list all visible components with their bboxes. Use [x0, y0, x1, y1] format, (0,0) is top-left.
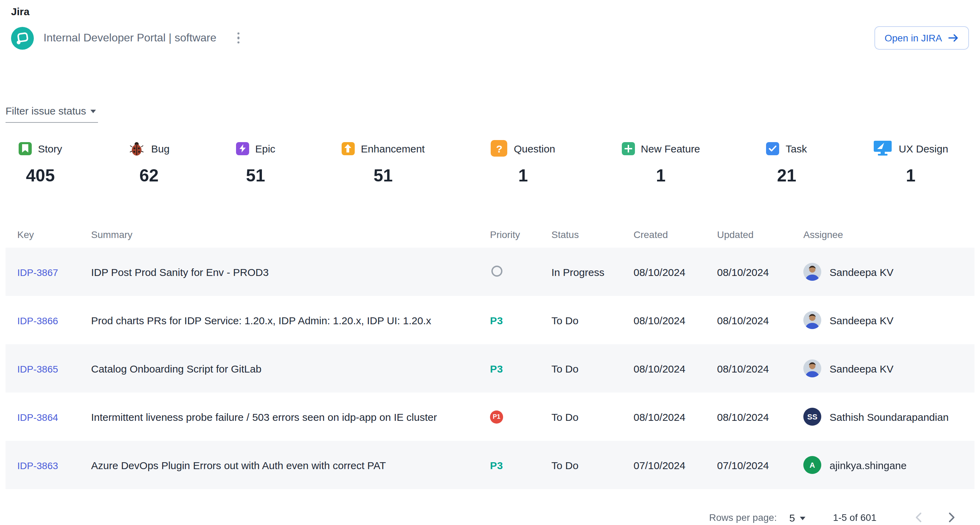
- table-row: IDP-3866 Prod charts PRs for IDP Service…: [6, 296, 974, 344]
- priority-p3-badge: P3: [490, 459, 503, 471]
- open-in-jira-label: Open in JIRA: [885, 32, 942, 43]
- counter-label: Question: [514, 143, 555, 154]
- counter-count: 405: [19, 166, 62, 186]
- rows-per-page-value: 5: [789, 512, 795, 523]
- assignee-avatar: SS: [803, 408, 821, 426]
- column-header-assignee: Assignee: [803, 229, 974, 240]
- column-header-priority: Priority: [490, 229, 551, 240]
- issue-status: To Do: [551, 411, 633, 423]
- ux-design-icon: [873, 140, 893, 157]
- issue-summary: IDP Post Prod Sanity for Env - PROD3: [91, 266, 490, 278]
- counter-label: Enhancement: [361, 143, 425, 154]
- page-title: Jira: [11, 6, 969, 17]
- assignee-cell: Sandeepa KV: [803, 311, 974, 329]
- counter-new-feature: New Feature 1: [622, 140, 700, 186]
- issues-table: Key Summary Priority Status Created Upda…: [6, 222, 974, 489]
- rows-per-page-select[interactable]: 5: [789, 512, 805, 523]
- counter-count: 1: [622, 166, 700, 186]
- chevron-down-icon: [90, 110, 95, 113]
- issue-created: 08/10/2024: [633, 363, 717, 374]
- enhancement-icon: [342, 142, 355, 155]
- task-icon: [767, 142, 780, 155]
- chevron-left-icon: [915, 512, 923, 523]
- story-icon: [19, 142, 32, 155]
- project-name: Internal Developer Portal | software: [43, 32, 216, 44]
- issue-summary: Prod charts PRs for IDP Service: 1.20.x,…: [91, 314, 490, 326]
- issue-key-link[interactable]: IDP-3866: [17, 315, 58, 326]
- issue-key-link[interactable]: IDP-3865: [17, 363, 58, 374]
- counter-label: UX Design: [899, 143, 948, 154]
- assignee-cell: A ajinkya.shingane: [803, 456, 974, 474]
- counter-label: Task: [786, 143, 807, 154]
- assignee-name: Sathish Soundarapandian: [830, 411, 948, 423]
- jira-plugin-page: Jira Internal Developer Portal | softwar…: [0, 0, 980, 525]
- column-header-summary: Summary: [91, 229, 490, 240]
- next-page-button[interactable]: [943, 508, 961, 525]
- issue-status: To Do: [551, 314, 633, 326]
- issue-created: 08/10/2024: [633, 411, 717, 423]
- epic-icon: [236, 142, 249, 155]
- assignee-name: Sandeepa KV: [830, 363, 893, 374]
- counter-count: 21: [767, 166, 807, 186]
- issue-type-counters: Story 405: [19, 140, 948, 186]
- counter-enhancement: Enhancement 51: [342, 140, 425, 186]
- table-row: IDP-3867 IDP Post Prod Sanity for Env - …: [6, 247, 974, 296]
- issue-created: 07/10/2024: [633, 459, 717, 471]
- assignee-avatar: [803, 311, 821, 329]
- chevron-right-icon: [948, 512, 956, 523]
- issue-summary: Intermittent liveness probe failure / 50…: [91, 411, 490, 423]
- bug-icon: [128, 140, 145, 157]
- counter-count: 1: [491, 166, 555, 186]
- issue-updated: 08/10/2024: [717, 314, 803, 326]
- open-in-jira-button[interactable]: Open in JIRA: [874, 26, 969, 50]
- filter-issue-status-dropdown[interactable]: Filter issue status: [6, 105, 98, 123]
- counter-count: 51: [236, 166, 275, 186]
- assignee-avatar: [803, 359, 821, 377]
- assignee-name: Sandeepa KV: [830, 266, 893, 278]
- issue-created: 08/10/2024: [633, 266, 717, 278]
- counter-count: 51: [342, 166, 425, 186]
- counter-label: New Feature: [641, 143, 700, 154]
- previous-page-button[interactable]: [910, 508, 928, 525]
- priority-p3-badge: P3: [490, 314, 503, 326]
- issue-summary: Catalog Onboarding Script for GitLab: [91, 363, 490, 374]
- table-header-row: Key Summary Priority Status Created Upda…: [6, 222, 974, 247]
- rows-per-page-label: Rows per page:: [709, 512, 777, 523]
- issue-status: To Do: [551, 459, 633, 471]
- arrow-right-icon: [948, 34, 959, 42]
- priority-none-icon: [492, 265, 503, 276]
- counter-count: 62: [128, 166, 169, 186]
- table-row: IDP-3864 Intermittent liveness probe fai…: [6, 393, 974, 441]
- issue-key-link[interactable]: IDP-3863: [17, 460, 58, 471]
- assignee-cell: Sandeepa KV: [803, 263, 974, 281]
- counter-count: 1: [873, 166, 948, 186]
- column-header-status: Status: [551, 229, 633, 240]
- issue-key-link[interactable]: IDP-3867: [17, 266, 58, 278]
- assignee-avatar: [803, 263, 821, 281]
- counter-label: Bug: [151, 143, 169, 154]
- counter-label: Epic: [255, 143, 275, 154]
- priority-p3-badge: P3: [490, 363, 503, 374]
- question-icon: ?: [491, 140, 508, 157]
- assignee-cell: Sandeepa KV: [803, 359, 974, 377]
- header: Jira Internal Developer Portal | softwar…: [0, 0, 980, 50]
- column-header-updated: Updated: [717, 229, 803, 240]
- issue-summary: Azure DevOps Plugin Errors out with Auth…: [91, 459, 490, 471]
- issue-key-link[interactable]: IDP-3864: [17, 411, 58, 423]
- table-row: IDP-3863 Azure DevOps Plugin Errors out …: [6, 441, 974, 489]
- column-header-created: Created: [633, 229, 717, 240]
- assignee-name: Sandeepa KV: [830, 314, 893, 326]
- table-row: IDP-3865 Catalog Onboarding Script for G…: [6, 344, 974, 393]
- issue-updated: 08/10/2024: [717, 363, 803, 374]
- assignee-cell: SS Sathish Soundarapandian: [803, 408, 974, 426]
- counter-bug: Bug 62: [128, 140, 169, 186]
- counter-story: Story 405: [19, 140, 62, 186]
- new-feature-icon: [622, 142, 635, 155]
- project-row: Internal Developer Portal | software Ope…: [11, 26, 969, 50]
- kebab-menu-icon[interactable]: [234, 30, 242, 46]
- pagination-range: 1-5 of 601: [833, 512, 877, 523]
- pagination: Rows per page: 5 1-5 of 601: [0, 508, 961, 525]
- counter-epic: Epic 51: [236, 140, 275, 186]
- project-logo-icon: [11, 27, 34, 49]
- issue-updated: 07/10/2024: [717, 459, 803, 471]
